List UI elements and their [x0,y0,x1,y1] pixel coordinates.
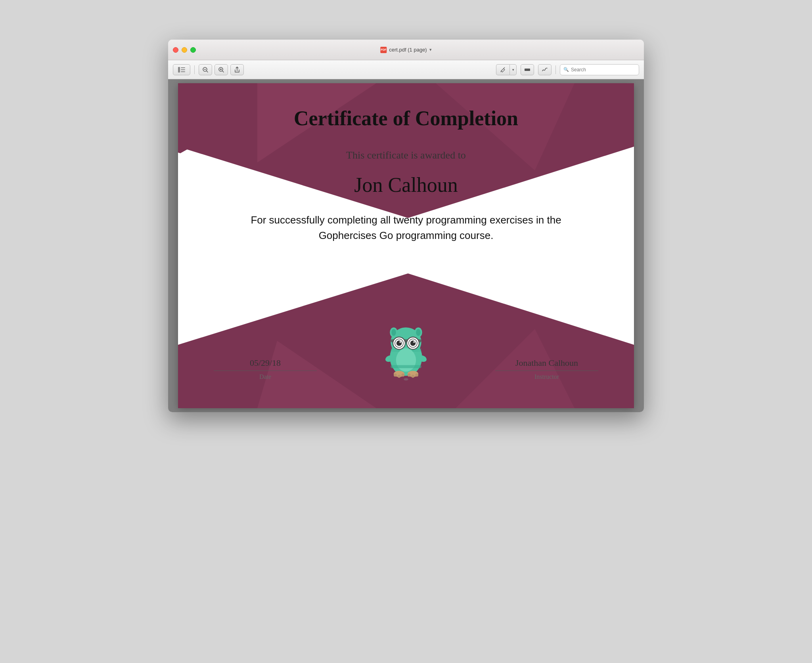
svg-rect-3 [181,71,185,72]
svg-point-35 [410,340,416,346]
svg-line-6 [207,71,208,72]
window-title: cert.pdf (1 page) [389,47,427,53]
svg-point-54 [415,374,418,377]
svg-point-52 [408,374,411,377]
maximize-button[interactable] [190,47,196,53]
svg-rect-0 [178,67,180,73]
share-button[interactable] [230,64,244,75]
svg-point-26 [391,329,396,336]
cert-description: For successfully completing all twenty p… [228,212,584,243]
chevron-down-icon: ▾ [429,47,432,52]
svg-point-27 [416,329,421,336]
pdf-file-icon: PDF [380,47,387,53]
cert-instructor-label: Instructor [534,373,559,380]
minimize-button[interactable] [182,47,187,53]
search-icon: 🔍 [563,67,569,72]
close-button[interactable] [173,47,178,53]
cert-date-line [214,371,317,371]
svg-rect-2 [181,69,185,70]
redact-button[interactable] [521,64,534,75]
svg-point-31 [396,340,402,346]
cert-footer: 05/29/18 Date [210,317,602,392]
cert-instructor-line [495,371,598,371]
separator-1 [194,65,195,74]
titlebar-center: PDF cert.pdf (1 page) ▾ [380,47,431,53]
cert-gopher-image [374,317,438,380]
toolbar: ▾ 🔍 [168,60,644,79]
cert-awarded-text: This certificate is awarded to [346,149,466,161]
signature-button[interactable] [538,64,552,75]
separator-2 [555,65,556,74]
svg-point-50 [398,374,401,378]
cert-date-section: 05/29/18 Date [210,358,321,380]
svg-point-36 [413,341,415,343]
svg-point-51 [401,374,404,377]
svg-point-32 [400,341,401,343]
cert-recipient-name: Jon Calhoun [354,173,458,197]
main-window: PDF cert.pdf (1 page) ▾ [168,40,644,412]
cert-date-label: Date [259,373,271,380]
search-box[interactable]: 🔍 [560,64,639,75]
traffic-lights [173,47,196,53]
annotation-tools-group: ▾ [496,64,517,75]
markup-dropdown-button[interactable]: ▾ [509,64,517,75]
cert-date-value: 05/29/18 [250,358,281,368]
cert-instructor-value: Jonathan Calhoun [515,358,578,368]
svg-rect-55 [391,365,421,368]
sidebar-toggle-button[interactable] [173,64,190,75]
cert-content: Certificate of Completion This certifica… [178,83,634,408]
certificate: Certificate of Completion This certifica… [178,83,634,408]
zoom-out-button[interactable] [199,64,212,75]
svg-point-56 [404,378,408,380]
svg-line-10 [222,71,224,72]
search-input[interactable] [571,67,636,73]
cert-title: Certificate of Completion [294,107,518,130]
svg-line-12 [501,71,501,72]
svg-rect-13 [525,69,530,71]
svg-point-49 [394,374,397,377]
titlebar: PDF cert.pdf (1 page) ▾ [168,40,644,60]
pdf-content-area: Certificate of Completion This certifica… [168,79,644,412]
markup-button[interactable] [496,64,509,75]
cert-instructor-section: Jonathan Calhoun Instructor [491,358,602,380]
svg-rect-1 [181,67,185,68]
svg-line-11 [504,67,505,69]
zoom-in-button[interactable] [214,64,228,75]
svg-point-53 [412,374,415,378]
